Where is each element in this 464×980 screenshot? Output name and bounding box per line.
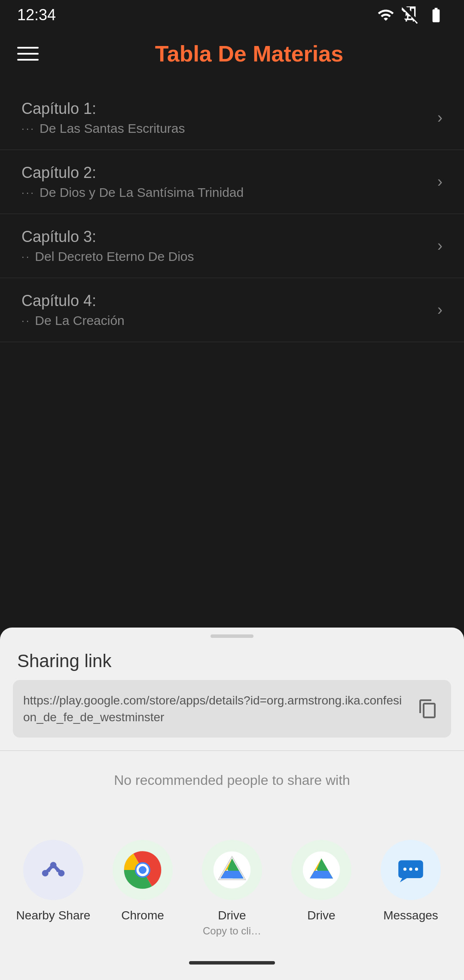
chapter-item-3[interactable]: Capítulo 3: ·· Del Decreto Eterno De Dio… bbox=[0, 214, 464, 278]
nav-bar bbox=[0, 946, 464, 980]
messages-icon bbox=[381, 840, 441, 900]
chapter-4-title: Capítulo 4: bbox=[21, 292, 437, 310]
chapter-4-subtitle: ·· De La Creación bbox=[21, 313, 437, 328]
drive-label: Drive bbox=[307, 909, 335, 922]
svg-point-3 bbox=[50, 862, 57, 868]
drive-svg bbox=[302, 851, 341, 889]
chapter-2-title: Capítulo 2: bbox=[21, 164, 437, 182]
svg-point-0 bbox=[37, 854, 70, 886]
nearby-share-icon bbox=[23, 840, 83, 900]
chapter-4-arrow: › bbox=[437, 301, 443, 319]
svg-point-15 bbox=[403, 868, 406, 871]
bottom-sheet: Sharing link https://play.google.com/sto… bbox=[0, 628, 464, 980]
url-text: https://play.google.com/store/apps/detai… bbox=[23, 692, 408, 726]
nav-indicator bbox=[189, 961, 275, 965]
chrome-icon bbox=[113, 840, 173, 900]
nearby-share-label: Nearby Share bbox=[16, 909, 91, 922]
messages-label: Messages bbox=[383, 909, 438, 922]
drive-icon bbox=[291, 840, 351, 900]
chapter-1-arrow: › bbox=[437, 109, 443, 127]
url-box: https://play.google.com/store/apps/detai… bbox=[13, 680, 451, 738]
drive-copy-svg bbox=[213, 851, 251, 889]
copy-button[interactable] bbox=[415, 696, 441, 722]
app-bar: Tabla De Materias bbox=[0, 30, 464, 77]
chapter-1-subtitle: ··· De Las Santas Escrituras bbox=[21, 121, 437, 136]
no-people-text: No recommended people to share with bbox=[0, 764, 464, 797]
chapter-item-1[interactable]: Capítulo 1: ··· De Las Santas Escrituras… bbox=[0, 86, 464, 150]
status-bar: 12:34 bbox=[0, 0, 464, 30]
share-apps-row: Nearby Share Chrome bbox=[0, 840, 464, 937]
drive-copy-sublabel: Copy to cli… bbox=[203, 925, 261, 937]
status-time: 12:34 bbox=[17, 6, 56, 24]
divider bbox=[0, 750, 464, 751]
drive-copy-icon bbox=[202, 840, 262, 900]
sheet-handle[interactable] bbox=[211, 634, 253, 638]
chrome-svg bbox=[123, 851, 162, 889]
share-messages[interactable]: Messages bbox=[372, 840, 449, 937]
chapter-2-subtitle: ··· De Dios y De La Santísima Trinidad bbox=[21, 185, 437, 200]
menu-button[interactable] bbox=[17, 43, 39, 64]
svg-point-17 bbox=[415, 868, 418, 871]
svg-point-9 bbox=[139, 866, 147, 874]
signal-icon bbox=[401, 6, 418, 24]
battery-icon bbox=[425, 6, 447, 24]
messages-svg bbox=[391, 851, 430, 889]
share-nearby[interactable]: Nearby Share bbox=[15, 840, 92, 937]
sheet-title: Sharing link bbox=[0, 638, 464, 680]
status-icons bbox=[377, 6, 447, 24]
share-chrome[interactable]: Chrome bbox=[104, 840, 181, 937]
chrome-label: Chrome bbox=[121, 909, 164, 922]
nearby-share-svg bbox=[34, 851, 73, 889]
share-drive-copy[interactable]: Drive Copy to cli… bbox=[193, 840, 271, 937]
svg-point-16 bbox=[409, 868, 412, 871]
chapter-3-arrow: › bbox=[437, 237, 443, 255]
share-drive[interactable]: Drive bbox=[283, 840, 360, 937]
chapter-3-title: Capítulo 3: bbox=[21, 228, 437, 246]
app-title: Tabla De Materias bbox=[52, 41, 447, 67]
drive-copy-label: Drive bbox=[218, 909, 246, 922]
chapter-2-arrow: › bbox=[437, 173, 443, 191]
chapter-3-subtitle: ·· Del Decreto Eterno De Dios bbox=[21, 249, 437, 264]
chapter-item-2[interactable]: Capítulo 2: ··· De Dios y De La Santísim… bbox=[0, 150, 464, 214]
content-list: Capítulo 1: ··· De Las Santas Escrituras… bbox=[0, 77, 464, 636]
wifi-icon bbox=[377, 6, 394, 24]
chapter-item-4[interactable]: Capítulo 4: ·· De La Creación › bbox=[0, 278, 464, 342]
chapter-1-title: Capítulo 1: bbox=[21, 100, 437, 118]
